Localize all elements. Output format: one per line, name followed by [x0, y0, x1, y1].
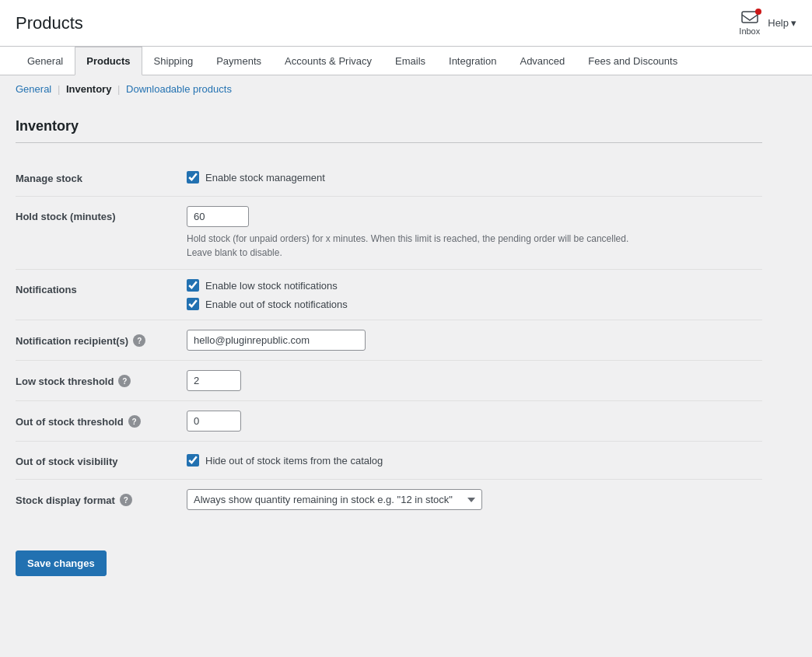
stock-display-format-label: Stock display format: [16, 494, 115, 506]
separator: |: [58, 83, 60, 95]
out-of-stock-visibility-row: Out of stock visibility Hide out of stoc…: [16, 442, 762, 480]
notifications-label: Notifications: [16, 270, 187, 320]
stock-display-format-label-wrap: Stock display format ?: [16, 494, 179, 506]
low-stock-notification-label[interactable]: Enable low stock notifications: [187, 279, 762, 292]
out-of-stock-threshold-label: Out of stock threshold: [16, 416, 124, 428]
notification-recipient-row: Notification recipient(s) ?: [16, 320, 762, 361]
notifications-checkboxes: Enable low stock notifications Enable ou…: [187, 279, 762, 310]
settings-form: Manage stock Enable stock management Hol…: [16, 159, 762, 519]
save-section: Save changes: [0, 535, 812, 592]
out-of-stock-threshold-input[interactable]: [187, 411, 241, 432]
out-of-stock-notification-checkbox[interactable]: [187, 298, 199, 310]
manage-stock-checkbox[interactable]: [187, 171, 199, 183]
tab-accounts-privacy[interactable]: Accounts & Privacy: [273, 47, 383, 75]
tab-fees-discounts[interactable]: Fees and Discounts: [576, 47, 689, 75]
inbox-icon: [740, 11, 759, 26]
manage-stock-row: Manage stock Enable stock management: [16, 159, 762, 197]
tab-integration[interactable]: Integration: [437, 47, 508, 75]
out-of-stock-threshold-row: Out of stock threshold ?: [16, 401, 762, 442]
stock-display-format-row: Stock display format ? Always show quant…: [16, 480, 762, 520]
tab-advanced[interactable]: Advanced: [508, 47, 576, 75]
header-actions: Inbox Help ▾: [739, 11, 796, 36]
out-of-stock-visibility-checkbox-label[interactable]: Hide out of stock items from the catalog: [187, 454, 762, 467]
stock-display-format-select[interactable]: Always show quantity remaining in stock …: [187, 489, 482, 510]
inbox-label: Inbox: [739, 26, 760, 36]
notification-recipient-label-wrap: Notification recipient(s) ?: [16, 334, 179, 347]
hold-stock-field: Hold stock (for unpaid orders) for x min…: [187, 197, 762, 270]
subnav-inventory-link[interactable]: Inventory: [66, 83, 112, 95]
out-of-stock-visibility-label: Out of stock visibility: [16, 442, 187, 480]
hold-stock-row: Hold stock (minutes) Hold stock (for unp…: [16, 197, 762, 270]
out-of-stock-visibility-text: Hide out of stock items from the catalog: [205, 455, 383, 467]
low-stock-threshold-input[interactable]: [187, 370, 241, 391]
tab-shipping[interactable]: Shipping: [142, 47, 205, 75]
notifications-row: Notifications Enable low stock notificat…: [16, 270, 762, 320]
low-stock-threshold-cell: Low stock threshold ?: [16, 361, 187, 401]
help-button[interactable]: Help ▾: [768, 17, 796, 29]
low-stock-threshold-row: Low stock threshold ?: [16, 361, 762, 401]
tab-general[interactable]: General: [16, 47, 75, 75]
out-of-stock-notification-label[interactable]: Enable out of stock notifications: [187, 298, 762, 310]
inbox-notification-badge: [755, 9, 761, 15]
low-stock-threshold-field: [187, 361, 762, 401]
out-of-stock-notification-text: Enable out of stock notifications: [205, 299, 348, 310]
out-of-stock-threshold-cell: Out of stock threshold ?: [16, 401, 187, 442]
inbox-button[interactable]: Inbox: [739, 11, 760, 36]
subnav-general-link[interactable]: General: [16, 83, 51, 95]
notifications-field: Enable low stock notifications Enable ou…: [187, 270, 762, 320]
tab-products[interactable]: Products: [75, 47, 142, 75]
separator: |: [117, 83, 120, 95]
manage-stock-label: Manage stock: [16, 159, 187, 197]
manage-stock-field: Enable stock management: [187, 159, 762, 197]
tabs-bar: General Products Shipping Payments Accou…: [0, 47, 812, 75]
hold-stock-description: Hold stock (for unpaid orders) for x min…: [187, 232, 653, 260]
out-of-stock-visibility-checkbox[interactable]: [187, 454, 199, 467]
notification-recipient-input[interactable]: [187, 330, 366, 351]
section-title: Inventory: [16, 118, 762, 143]
notification-recipient-label: Notification recipient(s): [16, 335, 128, 347]
low-stock-notification-checkbox[interactable]: [187, 279, 199, 292]
notification-recipient-field: [187, 320, 762, 361]
stock-display-format-tooltip-icon[interactable]: ?: [120, 494, 132, 506]
save-changes-button[interactable]: Save changes: [16, 550, 107, 576]
tab-payments[interactable]: Payments: [205, 47, 273, 75]
notification-recipient-tooltip-icon[interactable]: ?: [133, 334, 145, 347]
stock-display-format-field: Always show quantity remaining in stock …: [187, 480, 762, 520]
low-stock-threshold-tooltip-icon[interactable]: ?: [118, 375, 131, 387]
notification-recipient-cell: Notification recipient(s) ?: [16, 320, 187, 361]
out-of-stock-threshold-field: [187, 401, 762, 442]
hold-stock-input[interactable]: [187, 206, 249, 227]
low-stock-threshold-label-wrap: Low stock threshold ?: [16, 375, 179, 387]
subnav-downloadable-link[interactable]: Downloadable products: [126, 83, 232, 95]
manage-stock-checkbox-label[interactable]: Enable stock management: [187, 171, 762, 183]
stock-display-format-cell: Stock display format ?: [16, 480, 187, 520]
sub-navigation: General | Inventory | Downloadable produ…: [0, 75, 812, 103]
help-label: Help: [768, 17, 789, 29]
out-of-stock-threshold-label-wrap: Out of stock threshold ?: [16, 415, 179, 428]
hold-stock-label: Hold stock (minutes): [16, 197, 187, 270]
out-of-stock-threshold-tooltip-icon[interactable]: ?: [128, 415, 141, 428]
main-content: Inventory Manage stock Enable stock mana…: [0, 103, 778, 535]
page-header: Products Inbox Help ▾: [0, 0, 812, 47]
tab-emails[interactable]: Emails: [383, 47, 437, 75]
out-of-stock-visibility-field: Hide out of stock items from the catalog: [187, 442, 762, 480]
chevron-down-icon: ▾: [791, 17, 796, 29]
low-stock-threshold-label: Low stock threshold: [16, 376, 114, 387]
low-stock-notification-text: Enable low stock notifications: [205, 280, 338, 292]
page-title: Products: [16, 13, 83, 33]
manage-stock-checkbox-text: Enable stock management: [205, 172, 325, 183]
